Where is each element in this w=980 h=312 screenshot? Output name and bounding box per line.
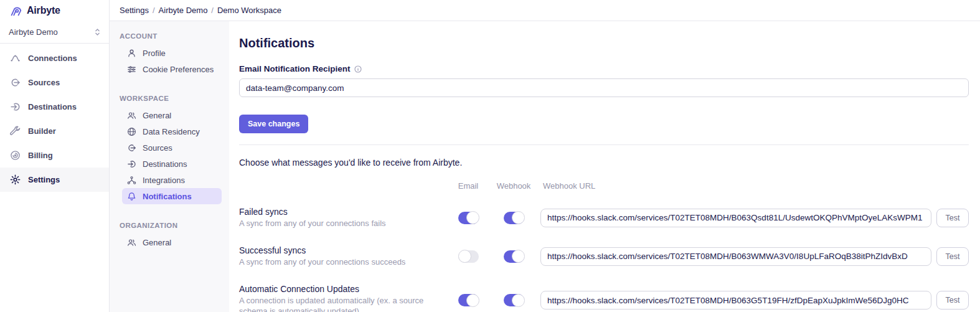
workspace-name: Airbyte Demo: [9, 27, 58, 37]
source-icon: [10, 77, 21, 88]
settings-nav-item-destinations[interactable]: Destinations: [122, 156, 222, 172]
failed-syncs-test-button[interactable]: Test: [936, 209, 969, 227]
settings-nav-label: Profile: [143, 49, 166, 58]
auto-connection-updates-webhook-toggle[interactable]: [504, 294, 524, 306]
settings-nav-item-data-residency[interactable]: Data Residency: [122, 123, 222, 139]
sidebar-item-sources[interactable]: Sources: [0, 70, 109, 95]
sidebar-item-builder[interactable]: Builder: [0, 119, 109, 143]
settings-nav-label: Cookie Preferences: [143, 65, 214, 74]
main-content: Notifications Email Notification Recipie…: [229, 21, 980, 312]
notification-settings-table: Email Webhook Webhook URL Failed syncs A…: [239, 181, 969, 312]
notification-row-successful-syncs: Successful syncs A sync from any of your…: [239, 245, 445, 268]
breadcrumb-separator: /: [211, 6, 214, 15]
breadcrumb-separator: /: [153, 6, 155, 15]
airbyte-logo-icon: [9, 4, 22, 17]
sidebar-item-label: Destinations: [28, 102, 77, 111]
settings-nav-item-integrations[interactable]: Integrations: [122, 172, 222, 188]
settings-nav-item-cookie-preferences[interactable]: Cookie Preferences: [122, 61, 222, 77]
topbar: Settings / Airbyte Demo / Demo Workspace: [110, 0, 980, 21]
auto-connection-updates-email-toggle[interactable]: [458, 294, 479, 306]
column-header-webhook: Webhook: [492, 181, 535, 191]
auto-connection-updates-test-button[interactable]: Test: [936, 291, 969, 310]
section-header-organization: ORGANIZATION: [120, 222, 222, 229]
save-changes-button[interactable]: Save changes: [239, 115, 308, 133]
row-description: A connection is updated automatically (e…: [239, 296, 445, 312]
globe-icon: [127, 127, 136, 136]
settings-nav-item-org-general[interactable]: General: [122, 234, 222, 250]
row-title: Failed syncs: [239, 207, 445, 217]
people-icon: [127, 238, 136, 247]
sidebar-item-label: Connections: [28, 54, 77, 63]
sidebar-item-connections[interactable]: Connections: [0, 46, 109, 70]
page-title: Notifications: [239, 36, 969, 50]
email-recipient-input[interactable]: [239, 78, 969, 97]
row-title: Successful syncs: [239, 245, 445, 255]
successful-syncs-email-toggle[interactable]: [458, 250, 479, 263]
wrench-icon: [10, 126, 21, 136]
notification-row-automatic-connection-updates: Automatic Connection Updates A connectio…: [239, 284, 445, 312]
sidebar-item-billing[interactable]: Billing: [0, 143, 109, 168]
column-header-email: Email: [450, 181, 487, 191]
successful-syncs-webhook-url-input[interactable]: [540, 247, 931, 266]
settings-nav-label: General: [143, 238, 171, 247]
sidebar-item-label: Builder: [28, 126, 56, 136]
section-header-workspace: WORKSPACE: [120, 95, 222, 102]
settings-nav-item-profile[interactable]: Profile: [122, 45, 222, 61]
sidebar-item-destinations[interactable]: Destinations: [0, 95, 109, 119]
brand-name: Airbyte: [27, 5, 60, 16]
breadcrumb-airbyte-demo[interactable]: Airbyte Demo: [159, 6, 208, 15]
row-title: Automatic Connection Updates: [239, 284, 445, 294]
brand-logo[interactable]: Airbyte: [0, 0, 109, 21]
gear-icon: [10, 174, 21, 185]
failed-syncs-email-toggle[interactable]: [458, 212, 479, 224]
billing-icon: [10, 150, 21, 161]
chevron-updown-icon: [95, 28, 100, 36]
failed-syncs-webhook-url-input[interactable]: [540, 209, 931, 227]
settings-nav-label: Sources: [143, 143, 172, 153]
email-recipient-label: Email Notification Recipient: [239, 64, 969, 73]
failed-syncs-webhook-toggle[interactable]: [504, 212, 524, 224]
row-description: A sync from any of your connections succ…: [239, 257, 445, 268]
settings-nav-item-notifications[interactable]: Notifications: [122, 188, 222, 204]
settings-nav-label: Data Residency: [143, 127, 200, 136]
sidebar-item-label: Settings: [28, 175, 60, 184]
successful-syncs-webhook-toggle[interactable]: [504, 250, 524, 263]
settings-nav-item-sources[interactable]: Sources: [122, 139, 222, 156]
destination-icon: [10, 102, 21, 112]
sidebar-nav: Connections Sources Destinations: [0, 44, 109, 192]
successful-syncs-test-button[interactable]: Test: [936, 247, 969, 266]
people-icon: [127, 111, 136, 120]
workspace-selector[interactable]: Airbyte Demo: [0, 21, 109, 44]
sidebar-item-label: Sources: [28, 78, 60, 87]
breadcrumb: Settings / Airbyte Demo / Demo Workspace: [120, 6, 281, 15]
info-icon[interactable]: [354, 65, 362, 73]
notification-row-failed-syncs: Failed syncs A sync from any of your con…: [239, 207, 445, 229]
destination-icon: [127, 159, 136, 169]
section-header-account: ACCOUNT: [120, 32, 222, 40]
bell-icon: [127, 192, 136, 201]
source-icon: [127, 143, 136, 153]
settings-nav-label: Notifications: [143, 192, 192, 201]
settings-nav-label: Integrations: [143, 176, 185, 185]
auto-connection-updates-webhook-url-input[interactable]: [540, 291, 931, 310]
breadcrumb-demo-workspace[interactable]: Demo Workspace: [217, 6, 281, 15]
row-description: A sync from any of your connections fail…: [239, 219, 445, 229]
sidebar-item-settings[interactable]: Settings: [0, 168, 109, 192]
section-divider: [239, 144, 969, 145]
settings-nav-label: General: [143, 111, 171, 120]
settings-nav-item-general[interactable]: General: [122, 107, 222, 123]
settings-nav-label: Destinations: [143, 159, 187, 169]
column-header-webhook-url: Webhook URL: [540, 181, 931, 191]
integrations-icon: [127, 176, 136, 185]
person-icon: [127, 49, 136, 58]
breadcrumb-settings[interactable]: Settings: [120, 6, 149, 15]
sliders-icon: [127, 65, 136, 74]
settings-nav: ACCOUNT Profile Cookie Preferences: [110, 21, 229, 312]
choose-messages-text: Choose what messages you'd like to recei…: [239, 158, 969, 168]
sidebar-item-label: Billing: [28, 151, 53, 160]
connections-icon: [10, 53, 21, 64]
app-sidebar: Airbyte Airbyte Demo Connections: [0, 0, 110, 312]
